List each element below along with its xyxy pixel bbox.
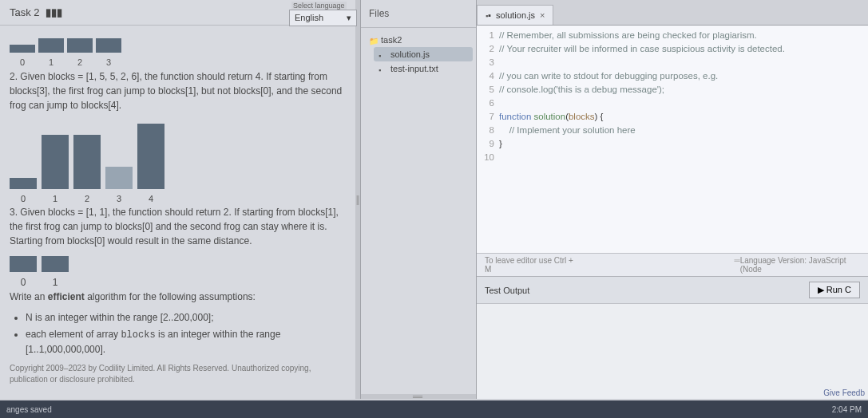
task-indicator-icon: ▮▮▮ <box>46 6 62 18</box>
block-label: 2 <box>67 56 93 69</box>
files-panel: Files task2 solution.js test-input.txt <box>360 0 476 399</box>
file-label: solution.js <box>390 49 430 59</box>
resize-handle-horizontal[interactable] <box>361 394 476 399</box>
block-label: 1 <box>38 56 64 69</box>
file-solution-js[interactable]: solution.js <box>374 47 473 61</box>
lang-version-label: Language Version: JavaScript (Node <box>740 256 860 274</box>
status-bar: anges saved 2:04 PM <box>0 400 868 418</box>
language-select[interactable]: English ▾ <box>289 10 357 26</box>
blocks-diagram-3 <box>10 256 346 272</box>
lang-legend: Select language <box>291 2 347 10</box>
editor-footer: To leave editor use Ctrl + M ═ Language … <box>477 253 868 276</box>
tab-label: solution.js <box>496 10 535 20</box>
tab-solution-js[interactable]: ▪ solution.js × <box>477 5 553 25</box>
test-output-label: Test Output <box>485 286 529 295</box>
assumption-item: each element of array blocks is an integ… <box>26 327 346 357</box>
code-editor[interactable]: 12345678910 // Remember, all submissions… <box>477 26 868 253</box>
save-status: anges saved <box>6 405 52 414</box>
editor-hint: To leave editor use Ctrl + M <box>485 256 575 274</box>
copyright-text: Copyright 2009–2023 by Codility Limited.… <box>10 363 346 385</box>
block-label: 1 <box>42 275 69 290</box>
blocks-labels-1: 0 1 2 3 <box>10 56 346 69</box>
assumption-item: N is an integer within the range [2..200… <box>26 310 346 325</box>
files-header: Files <box>361 0 476 28</box>
example-3-text: 3. Given blocks = [1, 1], the function s… <box>10 205 346 248</box>
editor-panel: ▪ solution.js × 12345678910 // Remember,… <box>476 0 868 399</box>
example-2-text: 2. Given blocks = [1, 5, 5, 2, 6], the f… <box>10 69 346 112</box>
file-icon: ▪ <box>486 10 491 20</box>
tab-bar: ▪ solution.js × <box>477 0 868 26</box>
blocks-labels-3: 0 1 <box>10 275 346 290</box>
file-tree: task2 solution.js test-input.txt <box>361 28 476 81</box>
block-label: 0 <box>10 56 35 69</box>
folder-label: task2 <box>381 35 402 45</box>
block-label: 4 <box>137 192 164 206</box>
file-label: test-input.txt <box>390 64 438 73</box>
folder-task2[interactable]: task2 <box>364 33 473 47</box>
test-output-bar: Test Output ▶ Run C <box>477 276 868 303</box>
line-gutter: 12345678910 <box>477 29 499 250</box>
lang-value: English <box>295 13 323 22</box>
equals-icon: ═ <box>735 256 740 274</box>
assumptions-intro: Write an efficient algorithm for the fol… <box>10 290 346 304</box>
folder-icon <box>369 36 377 44</box>
block-label: 2 <box>73 192 101 206</box>
file-icon <box>379 50 386 58</box>
block-label: 0 <box>10 192 37 206</box>
chevron-down-icon: ▾ <box>347 13 351 23</box>
block-label: 1 <box>42 192 69 206</box>
file-test-input[interactable]: test-input.txt <box>374 61 473 76</box>
problem-body: 0 1 2 3 2. Given blocks = [1, 5, 5, 2, 6… <box>0 26 355 399</box>
problem-panel: Task 2 ▮▮▮ 0 1 2 3 2. Given blocks = [1,… <box>0 0 355 399</box>
assumptions-list: N is an integer within the range [2..200… <box>26 310 346 357</box>
code-content[interactable]: // Remember, all submissions are being c… <box>499 29 868 250</box>
block-label: 0 <box>10 275 37 290</box>
close-icon[interactable]: × <box>540 10 545 20</box>
block-label: 3 <box>96 56 121 69</box>
block-label: 3 <box>105 192 133 206</box>
output-area <box>477 303 868 399</box>
file-icon <box>379 65 386 73</box>
clock-time: 2:04 PM <box>832 405 862 414</box>
give-feedback-link[interactable]: Give Feedb <box>823 388 865 397</box>
task-label: Task 2 <box>10 6 40 18</box>
run-button[interactable]: ▶ Run C <box>809 282 860 298</box>
blocks-diagram-2 <box>10 124 346 189</box>
blocks-diagram-1 <box>10 38 346 53</box>
blocks-labels-2: 0 1 2 3 4 <box>10 192 346 206</box>
